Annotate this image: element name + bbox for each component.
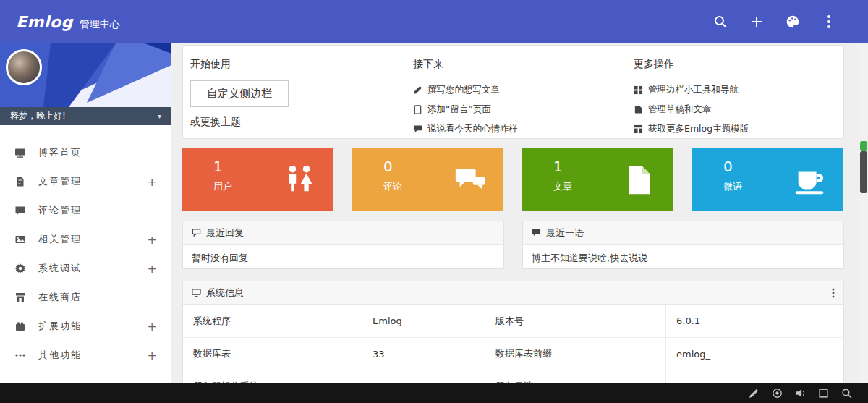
record-circle-icon[interactable] — [772, 388, 783, 399]
link-label: 管理草稿和文章 — [648, 103, 712, 116]
expand-plus-icon[interactable]: + — [148, 175, 157, 189]
table-cell: 数据库表 — [183, 338, 362, 370]
system-monitor-icon — [192, 288, 201, 297]
link-label: 管理边栏小工具和导航 — [648, 84, 739, 96]
add-icon[interactable] — [744, 9, 770, 35]
get-themes-link[interactable]: 获取更多Emlog主题模版 — [634, 119, 749, 139]
panel-options-icon[interactable] — [832, 288, 835, 298]
expand-plus-icon[interactable]: + — [148, 262, 157, 276]
link-label: 撰写您的想写文章 — [427, 84, 500, 96]
table-cell: 数据库表前缀 — [485, 338, 666, 370]
article-icon — [623, 164, 658, 197]
page-icon — [413, 105, 422, 114]
sidebar-hero-banner — [0, 43, 171, 107]
more-menu-icon[interactable] — [816, 9, 842, 35]
recent-words-header: 最近一语 — [523, 221, 843, 245]
sidebar-item-other[interactable]: 其他功能 + — [0, 341, 171, 370]
add-page-link[interactable]: 添加“留言”页面 — [413, 100, 518, 119]
window-icon[interactable] — [818, 388, 829, 399]
sidebar-item-label: 在线商店 — [38, 291, 82, 304]
table-cell: 6.0.1 — [666, 305, 843, 337]
stat-card-comments[interactable]: 0 评论 — [352, 148, 503, 211]
sidebar-item-label: 扩展功能 — [38, 320, 82, 333]
main-content: 开始使用 自定义侧边栏 或更换主题 接下来 撰写您的想写文章 添加“留言”页面 … — [171, 43, 859, 383]
header-actions — [707, 9, 868, 35]
logo-subtitle: 管理中心 — [80, 18, 120, 31]
draft-file-icon — [634, 105, 643, 114]
welcome-more-column: 更多操作 管理边栏小工具和导航 管理草稿和文章 获取更多Emlog主题模版 — [634, 58, 749, 150]
sidebar: 释梦，晚上好! ▾ 博客首页 文章管理 + 评论管理 相关管理 + 系统调试 + — [0, 43, 171, 383]
sidebar-item-store[interactable]: 在线商店 — [0, 283, 171, 312]
sidebar-item-blog-home[interactable]: 博客首页 — [0, 138, 171, 167]
stat-card-articles[interactable]: 1 文章 — [522, 148, 673, 211]
system-info-panel: 系统信息 系统程序 Emlog 版本号 6.0.1 数据库表 33 数据库表前缀… — [182, 281, 844, 383]
recent-words-empty-text: 博主不知道要说啥,快去说说 — [523, 245, 843, 272]
scroll-marker — [860, 141, 867, 151]
document-icon — [14, 176, 26, 187]
widgets-grid-icon — [634, 85, 643, 95]
welcome-next-title: 接下来 — [413, 58, 518, 71]
table-row: 服务器操作系统 Windows NT 服务器端口 80 — [183, 370, 843, 383]
speaker-icon[interactable] — [795, 388, 806, 399]
expand-plus-icon[interactable]: + — [148, 233, 157, 247]
table-cell: 33 — [362, 338, 485, 370]
manage-widgets-link[interactable]: 管理边栏小工具和导航 — [634, 80, 749, 100]
welcome-start-title: 开始使用 — [190, 58, 289, 71]
recent-replies-header: 最近回复 — [183, 221, 503, 245]
chevron-down-icon[interactable]: ▾ — [158, 112, 161, 120]
stat-card-microblog[interactable]: 0 微语 — [692, 148, 843, 211]
quote-bubble-icon — [532, 228, 541, 237]
palette-icon[interactable] — [780, 9, 806, 35]
welcome-start-column: 开始使用 自定义侧边栏 或更换主题 — [190, 58, 289, 150]
sidebar-item-extensions[interactable]: 扩展功能 + — [0, 312, 171, 341]
expand-plus-icon[interactable]: + — [148, 320, 157, 334]
sidebar-item-label: 相关管理 — [38, 233, 82, 246]
pencil-icon — [413, 85, 422, 95]
image-icon — [14, 234, 26, 245]
sidebar-item-label: 评论管理 — [38, 204, 82, 217]
sidebar-item-articles[interactable]: 文章管理 + — [0, 167, 171, 196]
recent-replies-panel: 最近回复 暂时没有回复 — [182, 221, 504, 269]
sidebar-item-debug[interactable]: 系统调试 + — [0, 254, 171, 283]
gear-icon — [14, 263, 26, 274]
table-row: 数据库表 33 数据库表前缀 emlog_ — [183, 337, 843, 370]
reply-bubble-icon — [192, 228, 201, 237]
app-logo: Emlog 管理中心 — [16, 13, 120, 31]
expand-plus-icon[interactable]: + — [148, 349, 157, 362]
table-cell: 系统程序 — [183, 305, 362, 337]
coffee-cup-icon — [793, 164, 827, 197]
scrollbar-thumb[interactable] — [860, 151, 867, 193]
sidebar-item-label: 文章管理 — [38, 175, 82, 188]
store-icon — [14, 292, 26, 303]
link-label: 说说看今天的心情咋样 — [427, 123, 518, 135]
table-cell: 服务器操作系统 — [183, 370, 362, 383]
page-scrollbar[interactable] — [859, 43, 868, 383]
welcome-more-title: 更多操作 — [634, 58, 749, 71]
customize-sidebar-button[interactable]: 自定义侧边栏 — [190, 80, 289, 107]
stat-card-users[interactable]: 1 用户 — [182, 148, 333, 211]
user-greeting-bar[interactable]: 释梦，晚上好! ▾ — [0, 107, 171, 125]
greeting-text: 释梦，晚上好! — [10, 110, 66, 122]
search-icon[interactable] — [707, 9, 733, 35]
search-zoom-icon[interactable] — [841, 388, 852, 399]
panel-title: 最近一语 — [546, 226, 584, 239]
panel-title: 最近回复 — [206, 226, 244, 239]
recent-words-panel: 最近一语 博主不知道要说啥,快去说说 — [522, 221, 844, 269]
user-avatar[interactable] — [6, 49, 42, 85]
sidebar-item-comments[interactable]: 评论管理 — [0, 196, 171, 225]
manage-drafts-link[interactable]: 管理草稿和文章 — [634, 100, 749, 119]
logo-text: Emlog — [16, 13, 73, 31]
change-theme-link[interactable]: 或更换主题 — [190, 116, 289, 129]
say-mood-link[interactable]: 说说看今天的心情咋样 — [413, 119, 518, 139]
theme-template-icon — [634, 124, 643, 134]
system-info-header: 系统信息 — [183, 281, 843, 305]
chat-bubble-icon — [413, 124, 422, 134]
pen-tool-icon[interactable] — [749, 388, 760, 399]
sidebar-item-label: 系统调试 — [38, 262, 82, 275]
panel-title: 系统信息 — [206, 287, 244, 300]
sidebar-item-label: 其他功能 — [38, 349, 82, 362]
link-label: 添加“留言”页面 — [427, 103, 491, 116]
comments-icon — [453, 164, 488, 197]
sidebar-item-related[interactable]: 相关管理 + — [0, 225, 171, 254]
write-article-link[interactable]: 撰写您的想写文章 — [413, 80, 518, 100]
